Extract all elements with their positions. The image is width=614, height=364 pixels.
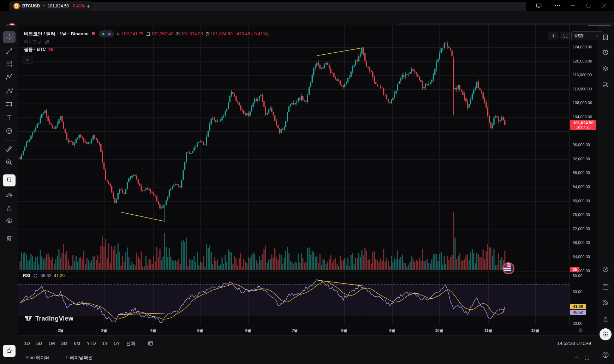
price-axis-label: 80,000.00 — [573, 199, 590, 203]
scroll-to-recent-icon[interactable] — [548, 32, 559, 40]
measure-tool[interactable] — [3, 143, 16, 155]
price-axis-label: 112,000.00 — [573, 87, 592, 91]
fullscreen-icon[interactable] — [584, 355, 590, 360]
rsi-axis-label: 60.00 — [573, 290, 583, 294]
magnet-tool[interactable] — [3, 174, 16, 186]
ohlc-values: 시102,241.75고102,267.40저101,324.93종101,82… — [117, 31, 233, 37]
collapse-panel-icon[interactable] — [574, 355, 579, 360]
help-icon[interactable] — [600, 349, 612, 361]
layout-panels-icon[interactable] — [531, 0, 547, 11]
range-button[interactable]: 3M — [58, 339, 70, 348]
price-axis[interactable]: 124,000.00120,000.00116,000.00112,000.00… — [569, 25, 597, 325]
pine-editor-button[interactable]: Pine 에디터 — [25, 354, 50, 361]
favorites-star-tool[interactable] — [3, 345, 16, 357]
rsi-ma-value: 41.39 — [54, 273, 65, 278]
symbol-marker-toggles[interactable] — [99, 30, 114, 37]
object-tree-layers-icon[interactable] — [600, 63, 612, 75]
minimize-button[interactable] — [565, 0, 581, 11]
all-apps-icon[interactable] — [600, 328, 612, 340]
volume-value: 25 — [48, 47, 53, 52]
volume-label: 볼륨 · BTC — [24, 47, 46, 53]
emoji-tool[interactable] — [3, 125, 16, 137]
drawing-toolbar — [0, 25, 19, 364]
divider — [548, 3, 548, 8]
time-axis-label: 11월 — [482, 328, 495, 333]
server-clock[interactable]: 14:52:33 UTC+9 — [557, 341, 594, 346]
divider — [4, 228, 14, 228]
time-axis[interactable]: 2월3월4월5월6월7월8월9월10월11월12월 — [18, 325, 597, 336]
change-value: -419.48 (-0.41%) — [235, 31, 268, 36]
price-axis-label: 120,000.00 — [573, 59, 592, 63]
range-button[interactable]: 전체 — [123, 339, 138, 348]
trend-line-tool[interactable] — [3, 45, 16, 57]
price-axis-label: 96,000.00 — [573, 143, 590, 147]
price-axis-label: 76,000.00 — [573, 213, 590, 217]
crosshair-tool[interactable] — [3, 31, 16, 43]
divider — [141, 340, 141, 347]
legend-collapse-button[interactable] — [22, 56, 33, 64]
hide-drawings-tool[interactable] — [3, 215, 16, 227]
bar-countdown: 18:07:28 — [570, 125, 596, 129]
more-options-icon[interactable] — [550, 0, 565, 11]
rectangle-tool[interactable] — [3, 98, 16, 110]
price-axis-label: 108,000.00 — [573, 101, 592, 105]
divider — [4, 171, 14, 171]
chart-tab[interactable]: ₿ BTCUSD ▼ 101,824.50 -0.41% / — [9, 1, 93, 11]
lock-all-tool[interactable] — [3, 202, 16, 214]
range-button[interactable]: 1M — [46, 339, 58, 348]
timezone-settings-icon[interactable] — [578, 328, 583, 333]
status-bar: Pine 에디터 트레이딩패널 — [18, 351, 597, 364]
stock-screener-icon[interactable] — [600, 263, 612, 275]
xabcd-pattern-tool[interactable] — [3, 71, 16, 83]
prediction-tool[interactable] — [3, 85, 16, 97]
tradingview-logo[interactable]: TradingView — [24, 314, 73, 323]
price-axis-label: 104,000.00 — [573, 115, 592, 119]
tradingview-mark-icon — [24, 314, 32, 323]
price-axis-label: 124,000.00 — [573, 45, 592, 49]
bottom-toolbar: 1D5D1M3M6MYTD1Y5Y전체 14:52:33 UTC+9 — [18, 335, 597, 351]
range-button[interactable]: 1Y — [99, 339, 111, 348]
indicator-volume-row[interactable]: 볼륨 · BTC 25 — [24, 47, 53, 53]
price-axis-label: 92,000.00 — [573, 157, 590, 161]
calendar-icon[interactable] — [600, 281, 612, 293]
range-button[interactable]: YTD — [84, 339, 99, 348]
time-axis-label: 10월 — [433, 328, 446, 333]
range-button[interactable]: 6M — [71, 339, 83, 348]
us-economic-event-icon[interactable] — [502, 262, 514, 274]
flag-icon[interactable] — [91, 31, 96, 37]
rsi-legend[interactable]: RSI 36.62 41.39 — [23, 273, 65, 278]
notifications-bell-icon[interactable] — [600, 314, 612, 326]
divider — [4, 140, 14, 141]
alerts-clock-icon[interactable] — [600, 46, 612, 58]
trading-panel-button[interactable]: 트레이딩패널 — [65, 354, 93, 361]
text-tool[interactable] — [3, 111, 16, 123]
range-button[interactable]: 5D — [34, 339, 45, 348]
eye-off-icon[interactable] — [44, 39, 50, 45]
price-axis-label: 88,000.00 — [573, 171, 590, 175]
range-button[interactable]: 5Y — [111, 339, 123, 348]
ichimoku-label: 이치모쿠 — [24, 39, 42, 45]
zoom-in-tool[interactable] — [3, 156, 16, 168]
chat-icon[interactable] — [600, 79, 612, 91]
maximize-button[interactable] — [581, 0, 596, 11]
chart-canvas[interactable] — [18, 25, 569, 325]
remove-drawings-tool[interactable] — [3, 232, 16, 244]
right-sidebar — [597, 25, 614, 364]
symbol-title[interactable]: 비트코인 / 달러 · 1날 · Binance — [24, 31, 89, 37]
indicator-ichimoku-row[interactable]: 이치모쿠 — [24, 39, 50, 45]
rsi-label: RSI — [23, 273, 30, 278]
fib-retracement-tool[interactable] — [3, 58, 16, 70]
time-axis-label: 12월 — [529, 328, 542, 333]
main-toolbar: M 11 BTCUSD 1분3분5분15분30분1시간4시간날주 — [0, 11, 614, 26]
broadcast-icon[interactable] — [600, 297, 612, 309]
draw-lock-tool[interactable] — [3, 189, 16, 201]
rsi-value-badge: 41.39 — [570, 304, 586, 309]
range-button[interactable]: 1D — [21, 339, 33, 348]
rsi-axis-label: 80.00 — [573, 274, 583, 278]
tradingview-logo-text: TradingView — [35, 315, 73, 322]
ohlc-item: 저101,324.93 — [176, 31, 203, 37]
ideas-icon — [107, 32, 112, 36]
go-to-date-icon[interactable] — [144, 338, 156, 349]
close-button[interactable] — [596, 0, 612, 11]
new-tab-button[interactable]: + — [85, 3, 93, 11]
